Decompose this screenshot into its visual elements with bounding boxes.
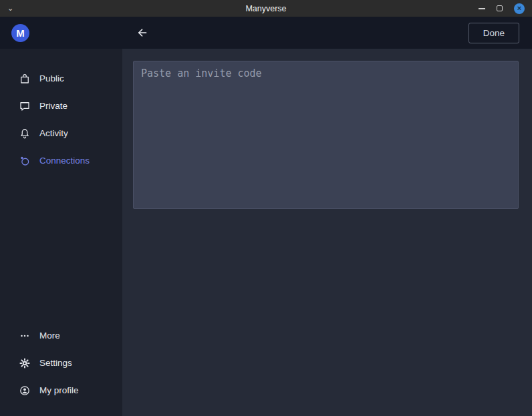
person-circle-icon	[19, 385, 31, 397]
manyverse-logo: M	[11, 24, 29, 42]
done-button[interactable]: Done	[469, 23, 519, 43]
network-icon	[19, 155, 31, 167]
sidebar-item-private[interactable]: Private	[0, 92, 122, 120]
sidebar-item-activity[interactable]: Activity	[0, 120, 122, 147]
sidebar-item-label: Public	[39, 73, 64, 83]
gear-icon	[19, 357, 31, 369]
sidebar-item-label: Private	[39, 101, 68, 111]
sidebar-item-settings[interactable]: Settings	[0, 349, 122, 377]
sidebar-item-connections[interactable]: Connections	[0, 147, 122, 174]
sidebar-spacer	[0, 174, 122, 322]
invite-code-input[interactable]	[133, 61, 519, 209]
chat-bubble-icon	[19, 100, 31, 112]
titlebar: ⌄ Manyverse ×	[0, 0, 532, 17]
window-controls: ×	[479, 3, 525, 14]
window-menu-icon[interactable]: ⌄	[7, 5, 13, 12]
sidebar: Public Private Activity	[0, 49, 122, 416]
sidebar-item-label: More	[39, 331, 60, 341]
header-main: Done	[122, 17, 532, 49]
close-icon[interactable]: ×	[514, 3, 525, 14]
arrow-left-icon	[136, 27, 148, 39]
brand-area: M	[0, 17, 122, 49]
sidebar-item-public[interactable]: Public	[0, 65, 122, 92]
sidebar-item-label: Settings	[39, 358, 72, 368]
sidebar-item-label: My profile	[39, 385, 79, 395]
sidebar-item-label: Activity	[39, 128, 68, 138]
sidebar-item-more[interactable]: More	[0, 322, 122, 349]
board-icon	[19, 73, 31, 85]
restore-icon[interactable]	[497, 5, 503, 11]
main-content	[122, 49, 532, 416]
sidebar-item-my-profile[interactable]: My profile	[0, 377, 122, 404]
back-button[interactable]	[135, 25, 150, 40]
app-body: Public Private Activity	[0, 49, 532, 416]
app-header: M Done	[0, 17, 532, 49]
minimize-icon[interactable]	[479, 8, 485, 9]
sidebar-item-label: Connections	[39, 156, 90, 166]
manyverse-window: ⌄ Manyverse × M Done	[0, 0, 532, 416]
ellipsis-icon	[19, 330, 31, 342]
window-title: Manyverse	[0, 4, 532, 13]
bell-icon	[19, 128, 31, 140]
